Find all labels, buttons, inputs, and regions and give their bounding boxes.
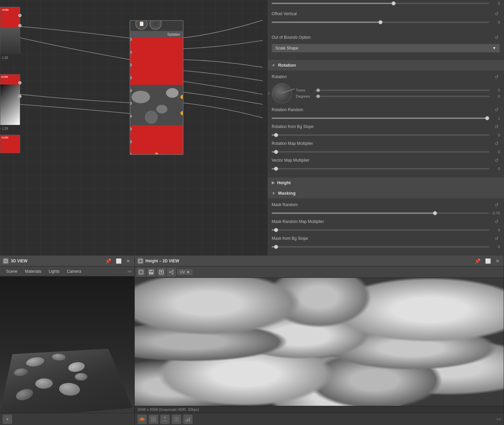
out-of-bounds-reset[interactable]: ↺ bbox=[493, 34, 500, 40]
tb-save-btn[interactable] bbox=[147, 268, 156, 276]
masking-section-content: Mask Random ↺ 0.75 Mask Random Map Multi… bbox=[268, 198, 504, 256]
height-section-label: Height bbox=[277, 180, 291, 185]
node-thumb-3[interactable]: scale bbox=[0, 135, 20, 153]
rotation-zero-label: 0 bbox=[268, 92, 270, 95]
view-3d-maximize[interactable]: ⬜ bbox=[114, 258, 123, 264]
tb-grid-btn[interactable] bbox=[149, 415, 158, 424]
image-info-bar: 2048 x 2048 (Grayscale HDR, 32bpc) bbox=[135, 406, 504, 413]
rotation-bg-slope-reset[interactable]: ↺ bbox=[493, 124, 500, 130]
mask-random-slider-container: 0.75 bbox=[272, 211, 500, 215]
tb-share-btn[interactable] bbox=[167, 268, 176, 276]
nav-camera[interactable]: Camera bbox=[64, 268, 85, 275]
view-3d-bottom-toolbar: + bbox=[0, 413, 134, 425]
offset-vertical-reset[interactable]: ↺ bbox=[493, 11, 500, 17]
nav-materials[interactable]: Materials bbox=[22, 268, 45, 275]
rotation-wheel-container: 0 bbox=[272, 83, 292, 103]
tb-chart-btn[interactable] bbox=[183, 415, 193, 424]
out-of-bounds-dropdown[interactable]: Scale Shape ▼ bbox=[272, 44, 500, 53]
mask-random-reset[interactable]: ↺ bbox=[493, 202, 500, 208]
svg-rect-2 bbox=[139, 270, 143, 274]
mask-bg-slope-slider-container: 0 bbox=[272, 245, 500, 249]
nav-scene[interactable]: Scene bbox=[3, 268, 21, 275]
node-thumb-2[interactable]: scale - L16 bbox=[0, 74, 20, 125]
rotation-map-mult-track[interactable] bbox=[272, 151, 489, 153]
svg-rect-6 bbox=[149, 272, 153, 274]
mask-random-track[interactable] bbox=[272, 212, 489, 214]
node-thumb-1[interactable]: node - L16 bbox=[0, 7, 20, 54]
view-3d-panel: 3D VIEW 📌 ⬜ ✕ Scene Materials Lights Cam… bbox=[0, 256, 135, 425]
node-label-2: - L16 bbox=[0, 127, 8, 130]
tb-frame-btn[interactable] bbox=[137, 268, 145, 276]
node-label-1: - L16 bbox=[0, 56, 8, 60]
masking-chevron: ▼ bbox=[272, 191, 275, 195]
top-slider-value: 0 bbox=[492, 1, 500, 5]
tb-info-btn[interactable] bbox=[172, 415, 181, 424]
svg-rect-24 bbox=[186, 420, 187, 422]
degrees-value: 0 bbox=[492, 94, 500, 98]
rotation-map-mult-row: Rotation Map Multiplier ↺ bbox=[272, 140, 500, 146]
rotation-bg-slope-track[interactable] bbox=[272, 134, 489, 136]
height-section-header[interactable]: ▶ Height bbox=[268, 177, 504, 188]
turns-row: Turns 0 bbox=[296, 88, 500, 92]
rotation-map-mult-reset[interactable]: ↺ bbox=[493, 140, 500, 146]
mask-random-map-track[interactable] bbox=[272, 229, 489, 231]
mask-bg-slope-track[interactable] bbox=[272, 246, 489, 248]
svg-rect-19 bbox=[154, 420, 156, 422]
view-2d-close[interactable]: ✕ bbox=[494, 258, 501, 264]
view-3d-close[interactable]: ✕ bbox=[125, 258, 132, 264]
view-3d-content: 📷 💡 bbox=[0, 276, 134, 413]
nav-lights[interactable]: Lights bbox=[45, 268, 63, 275]
degrees-row: Degrees 0 bbox=[296, 94, 500, 98]
node-copy-btn[interactable]: 📋 bbox=[135, 20, 147, 30]
svg-point-10 bbox=[172, 270, 173, 271]
main-node[interactable]: 📋 ⬛ Splatter bbox=[130, 20, 183, 155]
rotation-random-reset[interactable]: ↺ bbox=[493, 107, 500, 113]
rotation-wheel[interactable] bbox=[272, 83, 292, 103]
rotation-prop-row: Rotation ↺ bbox=[272, 74, 500, 80]
vector-map-mult-value: 0 bbox=[492, 167, 500, 171]
svg-line-13 bbox=[171, 272, 172, 273]
view-2d-toolbar: UV ▼ bbox=[135, 266, 504, 278]
rotation-section-header[interactable]: ▼ Rotation bbox=[268, 60, 504, 70]
view-2d-maximize[interactable]: ⬜ bbox=[484, 258, 492, 264]
offset-vertical-row: Offset Vertical ↺ bbox=[272, 11, 500, 17]
tb-person-btn[interactable] bbox=[160, 415, 170, 424]
svg-rect-3 bbox=[140, 271, 142, 273]
rotation-prop-label: Rotation bbox=[272, 74, 287, 79]
svg-rect-5 bbox=[150, 270, 152, 271]
offset-vertical-slider: 0 bbox=[272, 20, 500, 24]
turns-slider[interactable] bbox=[315, 90, 490, 91]
view-3d-header: 3D VIEW 📌 ⬜ ✕ bbox=[0, 256, 134, 266]
rotation-bg-slope-row: Rotation from Bg Slope ↺ bbox=[272, 124, 500, 130]
view-3d-pin[interactable]: 📌 bbox=[104, 258, 112, 264]
height-chevron: ▶ bbox=[272, 181, 274, 185]
mask-random-map-reset[interactable]: ↺ bbox=[493, 219, 500, 225]
tb-export-btn[interactable] bbox=[157, 268, 166, 276]
top-slider-track[interactable] bbox=[272, 3, 489, 4]
node-settings-btn[interactable]: ⬛ bbox=[149, 20, 162, 30]
rotation-reset[interactable]: ↺ bbox=[493, 74, 500, 80]
nav-more-btn[interactable]: >> bbox=[127, 269, 132, 273]
mask-bg-slope-value: 0 bbox=[492, 245, 500, 249]
vector-map-mult-track[interactable] bbox=[272, 168, 489, 169]
more-btn[interactable]: >> bbox=[496, 417, 501, 422]
turns-label: Turns bbox=[296, 88, 313, 92]
out-of-bounds-dropdown-container: Scale Shape ▼ bbox=[272, 44, 500, 53]
view-3d-nav: Scene Materials Lights Camera >> bbox=[0, 266, 134, 276]
vector-map-mult-row: Vector Map Multiplier ↺ bbox=[272, 157, 500, 163]
top-slider-container: 0 bbox=[272, 1, 500, 5]
masking-section-header[interactable]: ▼ Masking bbox=[268, 188, 504, 198]
mask-bg-slope-reset[interactable]: ↺ bbox=[493, 235, 500, 241]
vector-map-mult-reset[interactable]: ↺ bbox=[493, 157, 500, 163]
tb-layers-btn[interactable] bbox=[137, 415, 147, 424]
offset-vertical-track[interactable] bbox=[272, 22, 489, 23]
view-2d-pin[interactable]: 📌 bbox=[473, 258, 482, 264]
mask-random-map-row: Mask Random Map Multiplier ↺ bbox=[272, 219, 500, 225]
tb-add-btn[interactable]: + bbox=[3, 415, 12, 424]
rotation-random-label: Rotation Random bbox=[272, 107, 303, 112]
degrees-slider[interactable] bbox=[315, 96, 490, 97]
svg-rect-16 bbox=[151, 417, 153, 419]
rotation-random-track[interactable] bbox=[272, 118, 489, 119]
uv-dropdown[interactable]: UV ▼ bbox=[177, 269, 193, 275]
svg-point-20 bbox=[164, 417, 166, 418]
